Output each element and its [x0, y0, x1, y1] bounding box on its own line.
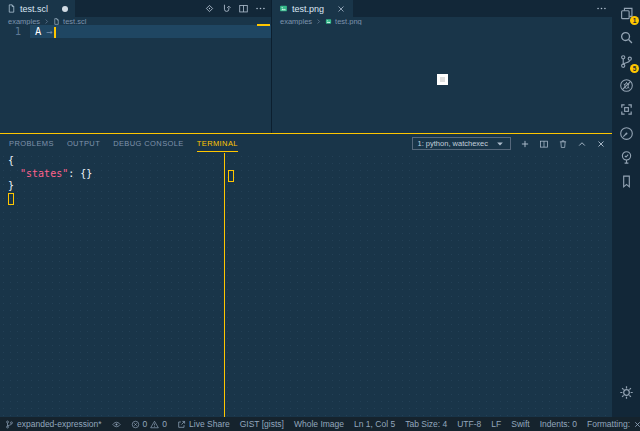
activitybar-explorer[interactable]: 1: [616, 5, 636, 22]
extensions-icon: [619, 102, 634, 117]
bookmark-icon: [619, 174, 634, 189]
activitybar-compass[interactable]: [616, 125, 636, 142]
code-editor[interactable]: 1 A→: [0, 25, 271, 133]
activitybar-source-control[interactable]: 5: [616, 53, 636, 70]
tab-whitespace-arrow: →: [46, 25, 52, 37]
line-number: 1: [0, 25, 30, 38]
terminal-cursor: [228, 170, 234, 182]
activitybar-testing[interactable]: [616, 149, 636, 166]
activitybar-extensions[interactable]: [616, 101, 636, 118]
activitybar-search[interactable]: [616, 29, 636, 46]
activitybar-settings[interactable]: [616, 384, 636, 401]
explorer-badge: 1: [630, 16, 639, 25]
tree-check-icon: [619, 150, 634, 165]
cursor-line-tick: [257, 24, 270, 26]
scm-badge: 5: [630, 64, 639, 73]
preview-image: [437, 74, 448, 85]
compass-clock-icon: [619, 126, 634, 141]
code-text: A: [35, 25, 41, 37]
activitybar-debug[interactable]: [616, 77, 636, 94]
text-cursor: [54, 27, 56, 38]
terminal-pane-right[interactable]: [225, 153, 612, 417]
activitybar-bookmarks[interactable]: [616, 173, 636, 190]
settings-gear-icon: [619, 385, 634, 400]
bug-slash-icon: [619, 78, 634, 93]
code-line-1[interactable]: 1 A→: [0, 25, 271, 38]
search-icon: [619, 30, 634, 45]
image-preview[interactable]: [272, 25, 612, 133]
line-content[interactable]: A→: [30, 25, 271, 38]
